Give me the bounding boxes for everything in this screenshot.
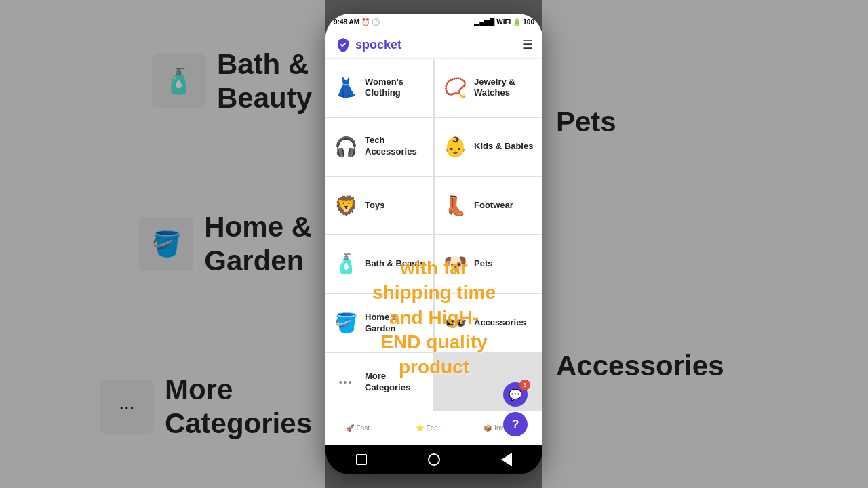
toys-icon: 🦁	[332, 192, 359, 219]
time-display: 9:48 AM	[334, 18, 359, 26]
battery-level: 100	[523, 18, 534, 26]
bath-beauty-label: Bath & Beauty	[365, 258, 425, 270]
category-womens-clothing[interactable]: 👗 Women's Clothing	[326, 59, 433, 117]
jewelry-watches-label: Jewelry & Watches	[474, 77, 536, 100]
battery-icon: 🔋	[513, 18, 521, 26]
phone-navigation-bar	[326, 445, 542, 474]
status-indicators: ▂▄▆█ WiFi 🔋 100	[474, 18, 534, 26]
category-toys[interactable]: 🦁 Toys	[326, 177, 433, 235]
tech-accessories-label: Tech Accessories	[365, 135, 427, 158]
kids-babies-icon: 👶	[441, 133, 469, 160]
wifi-icon: WiFi	[496, 18, 511, 26]
pets-label: Pets	[474, 258, 492, 270]
category-tech-accessories[interactable]: 🎧 Tech Accessories	[326, 118, 433, 176]
square-icon	[356, 454, 367, 465]
category-pets[interactable]: 🐶 Pets	[435, 235, 542, 293]
categories-grid: 👗 Women's Clothing 📿 Jewelry & Watches 🎧…	[326, 59, 542, 411]
nav-square-button[interactable]	[352, 450, 371, 469]
accessories-label: Accessories	[474, 317, 526, 329]
question-icon: ?	[512, 418, 519, 432]
kids-babies-label: Kids & Babies	[474, 141, 533, 152]
signal-icon: ▂▄▆█	[474, 18, 494, 26]
logo-area: spocket	[335, 37, 401, 53]
bg-label-bath: Bath &Beauty	[217, 47, 312, 116]
app-header: spocket ☰	[326, 30, 542, 59]
bg-label-accessories: Accessories	[556, 349, 724, 383]
app-content: spocket ☰ 👗 Women's Clothing 📿 Jewelry &…	[326, 30, 542, 445]
quality-text: Fea...	[427, 424, 444, 432]
home-garden-icon: 🪣	[332, 310, 359, 337]
bath-beauty-icon: 🧴	[332, 251, 359, 278]
chat-icon: 💬	[509, 388, 522, 401]
category-home-garden[interactable]: 🪣 Home & Garden	[326, 294, 433, 352]
circle-icon	[428, 453, 440, 466]
triangle-icon	[501, 453, 512, 466]
category-footwear[interactable]: 👢 Footwear	[435, 177, 542, 235]
phone-frame: 9:48 AM ⏰ 🕐 ▂▄▆█ WiFi 🔋 100 spocket ☰	[326, 14, 542, 474]
bg-label-home: Home &Garden	[204, 210, 312, 279]
home-garden-label: Home & Garden	[365, 312, 427, 335]
help-button[interactable]: ?	[503, 412, 528, 436]
nav-back-button[interactable]	[497, 450, 516, 469]
accessories-icon: 🕶️	[441, 310, 469, 337]
background-left: 🧴 Bath &Beauty 🪣 Home &Garden ··· MoreCa…	[0, 0, 326, 488]
category-kids-babies[interactable]: 👶 Kids & Babies	[435, 118, 542, 176]
chat-badge: 5	[519, 380, 530, 390]
spocket-logo-icon	[335, 37, 351, 53]
footwear-label: Footwear	[474, 200, 513, 211]
category-bath-beauty[interactable]: 🧴 Bath & Beauty	[326, 235, 433, 293]
bg-label-more: MoreCategories	[165, 373, 312, 441]
logo-text: spocket	[355, 38, 401, 52]
hamburger-menu-icon[interactable]: ☰	[522, 37, 533, 52]
toys-label: Toys	[365, 200, 384, 211]
category-more[interactable]: ••• More Categories	[326, 353, 433, 411]
jewelry-watches-icon: 📿	[441, 74, 469, 101]
pets-icon: 🐶	[441, 251, 469, 278]
womens-clothing-icon: 👗	[332, 74, 359, 101]
more-categories-label: More Categories	[365, 371, 427, 394]
chat-button[interactable]: 💬 5	[503, 382, 528, 407]
category-accessories[interactable]: 🕶️ Accessories	[435, 294, 542, 352]
alarm-icon: ⏰	[361, 18, 370, 26]
footwear-icon: 👢	[441, 192, 469, 219]
status-bar: 9:48 AM ⏰ 🕐 ▂▄▆█ WiFi 🔋 100	[326, 14, 542, 30]
status-time: 9:48 AM ⏰ 🕐	[334, 18, 380, 26]
fast-shipping-text: Fast...	[357, 424, 376, 432]
more-categories-icon: •••	[332, 369, 359, 396]
nav-home-button[interactable]	[425, 450, 443, 469]
background-right: Pets Accessories	[542, 0, 868, 488]
bg-label-pets: Pets	[556, 105, 616, 139]
clock-icon: 🕐	[372, 18, 380, 26]
womens-clothing-label: Women's Clothing	[365, 77, 427, 100]
category-jewelry-watches[interactable]: 📿 Jewelry & Watches	[435, 59, 542, 117]
tech-accessories-icon: 🎧	[332, 133, 359, 160]
